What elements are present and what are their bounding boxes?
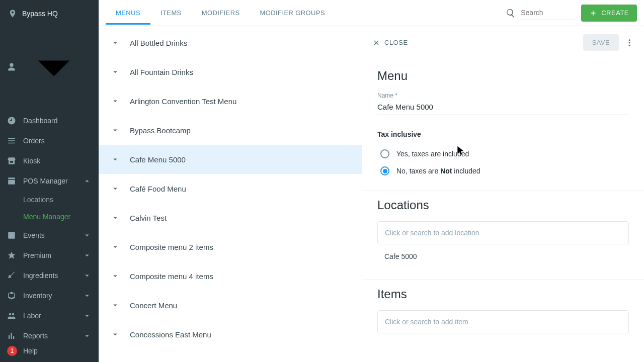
chevron-down-icon <box>111 213 120 222</box>
menu-row[interactable]: All Bottled Drinks <box>99 28 362 57</box>
people-icon <box>7 311 16 320</box>
tab-menus[interactable]: MENUS <box>106 1 150 25</box>
chevron-down-icon <box>111 272 120 281</box>
tab-items[interactable]: ITEMS <box>150 1 192 25</box>
chevron-down-icon <box>111 301 120 310</box>
help-badge: 1 <box>7 346 17 356</box>
chevron-down-icon <box>83 291 92 300</box>
save-button[interactable]: SAVE <box>583 34 619 51</box>
menu-row[interactable]: Composite menu 2 items <box>99 232 362 261</box>
more-icon[interactable] <box>625 38 634 47</box>
nav-list: Dashboard Orders Kiosk POS Manager Locat… <box>0 111 99 340</box>
nav-kiosk[interactable]: Kiosk <box>0 151 99 171</box>
menu-name: Composite menu 2 items <box>130 243 213 251</box>
menu-name: Cafe Menu 5000 <box>130 155 186 164</box>
chevron-down-icon <box>83 331 92 340</box>
nav-dashboard[interactable]: Dashboard <box>0 111 99 131</box>
chevron-down-icon <box>111 126 120 135</box>
locations-input[interactable]: Click or search to add location <box>377 221 629 244</box>
user-menu[interactable] <box>0 23 99 111</box>
nav-inventory[interactable]: Inventory <box>0 286 99 306</box>
calendar-icon <box>7 231 16 240</box>
nav-labor[interactable]: Labor <box>0 306 99 326</box>
menu-row[interactable]: Concert Menu <box>99 291 362 320</box>
menu-name: All Bottled Drinks <box>130 39 187 47</box>
plus-icon <box>589 9 597 17</box>
close-button[interactable]: CLOSE <box>372 39 408 47</box>
location-item[interactable]: Cafe 5000 <box>377 244 629 268</box>
star-icon <box>7 251 16 260</box>
menu-name: Concert Menu <box>130 301 177 310</box>
svg-point-2 <box>629 44 630 46</box>
nav-label: Ingredients <box>23 272 58 280</box>
nav-label: Reports <box>23 332 48 340</box>
menu-name: Bypass Bootcamp <box>130 126 191 135</box>
sidebar: Bypass HQ Dashboard Orders Kiosk POS Man… <box>0 0 99 362</box>
pos-icon <box>7 176 16 186</box>
nav-orders[interactable]: Orders <box>0 131 99 151</box>
menu-name: All Fountain Drinks <box>130 68 193 76</box>
items-input[interactable]: Click or search to add item <box>377 310 629 333</box>
svg-point-1 <box>629 42 630 43</box>
tab-modifiers[interactable]: MODIFIERS <box>192 1 250 25</box>
create-label: CREATE <box>601 9 629 17</box>
chevron-down-icon <box>83 271 92 280</box>
items-title: Items <box>377 287 629 301</box>
chevron-down-icon <box>83 251 92 260</box>
name-field-label: Name * <box>377 92 629 99</box>
topbar: MENUS ITEMS MODIFIERS MODIFIER GROUPS CR… <box>99 0 644 26</box>
chevron-down-icon <box>16 29 92 105</box>
tax-yes-radio[interactable]: Yes, taxes are included <box>377 145 629 162</box>
nav-sub-locations[interactable]: Locations <box>0 191 99 208</box>
nav-label: Events <box>23 231 45 239</box>
nav-sub-menu-manager[interactable]: Menu Manager <box>0 208 99 225</box>
brand[interactable]: Bypass HQ <box>0 0 99 23</box>
search-icon[interactable] <box>506 8 516 18</box>
radio-icon <box>380 166 389 175</box>
create-button[interactable]: CREATE <box>581 5 637 22</box>
chevron-down-icon <box>111 38 120 47</box>
radio-icon <box>380 149 389 158</box>
chevron-down-icon <box>83 311 92 320</box>
menu-row[interactable]: Composite menu 4 items <box>99 261 362 291</box>
menu-name: Calvin Test <box>130 214 167 222</box>
nav-label: Premium <box>23 251 51 259</box>
nav-label: Orders <box>23 137 45 145</box>
nav-reports[interactable]: Reports <box>0 326 99 340</box>
nav-help[interactable]: 1 Help <box>0 340 99 362</box>
menu-row[interactable]: All Fountain Drinks <box>99 57 362 86</box>
menu-row[interactable]: Cafe Menu 5000 <box>99 145 362 174</box>
radio-label: Yes, taxes are included <box>396 150 469 158</box>
clock-icon <box>7 116 16 125</box>
nav-ingredients[interactable]: Ingredients <box>0 265 99 286</box>
panel-title: Menu <box>377 69 629 83</box>
menu-name: Composite menu 4 items <box>130 272 213 281</box>
box-icon <box>7 291 16 300</box>
nav-label: Help <box>23 347 38 355</box>
chevron-up-icon <box>83 176 92 186</box>
nav-events[interactable]: Events <box>0 225 99 245</box>
tax-no-radio[interactable]: No, taxes are Not included <box>377 162 629 179</box>
nav-label: POS Manager <box>23 177 68 185</box>
menu-list: All Bottled Drinks All Fountain Drinks A… <box>99 26 362 362</box>
tax-inclusive-label: Tax inclusive <box>377 130 629 138</box>
menu-name: Café Food Menu <box>130 185 186 193</box>
chevron-down-icon <box>111 67 120 76</box>
menu-row[interactable]: Arlington Convention Test Menu <box>99 86 362 116</box>
menu-row[interactable]: Bypass Bootcamp <box>99 116 362 145</box>
nav-label: Dashboard <box>23 117 58 125</box>
brand-label: Bypass HQ <box>22 10 58 18</box>
tag-icon <box>7 271 16 280</box>
nav-pos-manager[interactable]: POS Manager <box>0 171 99 191</box>
name-input[interactable] <box>377 99 629 115</box>
location-icon <box>8 9 17 18</box>
chevron-down-icon <box>111 155 120 164</box>
tab-modifier-groups[interactable]: MODIFIER GROUPS <box>250 1 336 25</box>
menu-row[interactable]: Calvin Test <box>99 203 362 232</box>
menu-row[interactable]: Concessions East Menu <box>99 320 362 349</box>
radio-label: No, taxes are Not included <box>396 167 480 175</box>
nav-premium[interactable]: Premium <box>0 245 99 265</box>
close-label: CLOSE <box>384 39 408 46</box>
menu-row[interactable]: Café Food Menu <box>99 174 362 203</box>
search-input[interactable] <box>520 6 575 20</box>
